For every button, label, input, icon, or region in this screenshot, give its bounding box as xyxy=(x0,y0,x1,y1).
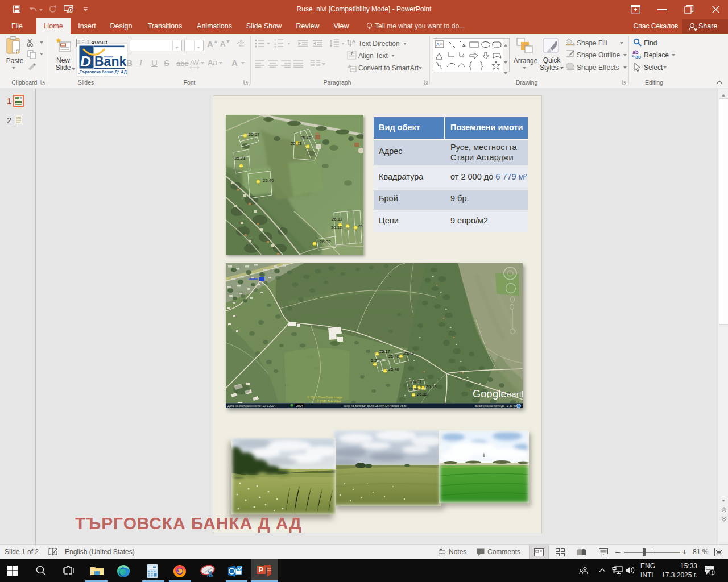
svg-text:25.43: 25.43 xyxy=(291,141,302,146)
svg-text:26.32: 26.32 xyxy=(417,392,428,397)
svg-text:5.2: 5.2 xyxy=(371,358,377,363)
svg-text:шир 43.839033° дълж 25.9947: шир 43.839033° дълж 25.994724° висок 78 … xyxy=(344,404,407,408)
svg-text:Google: Google xyxy=(473,388,507,400)
svg-text:D: D xyxy=(80,53,91,70)
svg-text:1: 1 xyxy=(711,570,714,576)
svg-text:P: P xyxy=(259,566,263,574)
svg-text:26.13: 26.13 xyxy=(426,384,437,389)
svg-text:Bank: Bank xyxy=(94,54,126,69)
svg-text:ac: ac xyxy=(635,54,641,59)
svg-text:„Търговска банка Д“ АД: „Търговска банка Д“ АД xyxy=(78,69,127,74)
svg-text:3: 3 xyxy=(274,45,276,49)
svg-text:25.21: 25.21 xyxy=(234,156,246,161)
svg-text:26.32: 26.32 xyxy=(320,239,331,244)
svg-text:2004: 2004 xyxy=(296,404,303,408)
svg-text:26.11: 26.11 xyxy=(411,379,421,384)
svg-text:25.40: 25.40 xyxy=(388,367,399,372)
svg-text:A: A xyxy=(352,39,355,44)
svg-text:26.11: 26.11 xyxy=(332,217,342,222)
svg-text:© 2012 Cnes/Spot Image: © 2012 Cnes/Spot Image xyxy=(307,396,342,399)
svg-text:earth: earth xyxy=(507,389,523,399)
svg-text:26.12: 26.12 xyxy=(331,225,342,230)
svg-text:26.12: 26.12 xyxy=(408,386,419,392)
svg-text:26.: 26. xyxy=(358,223,363,228)
svg-text:25.40: 25.40 xyxy=(263,178,274,183)
svg-text:Височина на погледа: Височина на погледа xyxy=(475,404,504,408)
svg-text:25.40: 25.40 xyxy=(388,354,399,359)
svg-text:A: A xyxy=(436,42,440,47)
svg-text:25.42: 25.42 xyxy=(300,135,312,140)
svg-text:25.17: 25.17 xyxy=(379,349,390,354)
svg-text:Дата на изображението: 10.9.20: Дата на изображението: 10.9.2004 xyxy=(228,404,276,408)
svg-text:25.17: 25.17 xyxy=(249,132,260,137)
svg-text:25.42: 25.42 xyxy=(403,351,414,356)
svg-text:2.39 км: 2.39 км xyxy=(507,404,517,408)
